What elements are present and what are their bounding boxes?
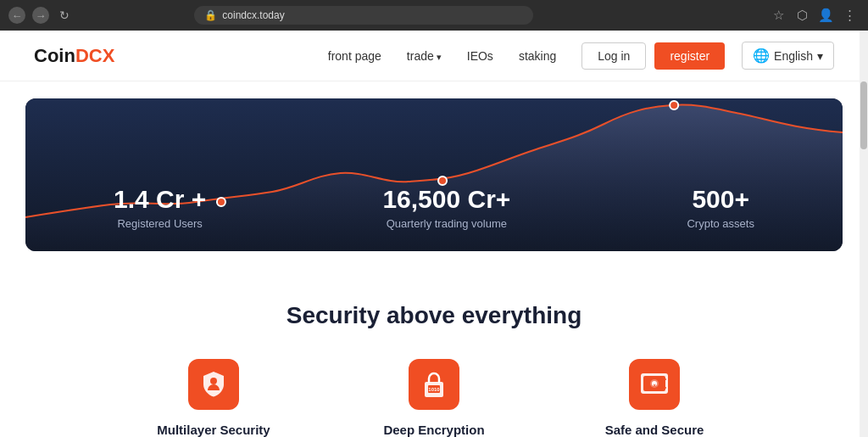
url-bar[interactable]: 🔒 coindcx.today — [194, 6, 533, 25]
svg-text:✕: ✕ — [653, 383, 656, 388]
multilayer-security-icon — [188, 359, 239, 410]
svg-text:1010: 1010 — [428, 387, 440, 392]
stat-label-assets: Crypto assets — [687, 217, 754, 230]
deep-encryption-icon: 1010 — [409, 359, 459, 410]
menu-button[interactable]: ⋮ — [841, 6, 860, 25]
svg-point-4 — [210, 378, 217, 384]
svg-point-3 — [670, 101, 678, 109]
login-button[interactable]: Log in — [581, 42, 646, 70]
svg-rect-14 — [663, 387, 666, 389]
security-card-multilayer: Multilayer Security Enhanced yet simple … — [129, 359, 298, 437]
scrollbar-thumb[interactable] — [860, 81, 867, 149]
nav-item-staking[interactable]: staking — [519, 48, 556, 64]
stat-value-users: 1.4 Cr + — [114, 185, 206, 214]
logo[interactable]: CoinDCX — [34, 45, 114, 67]
language-label: English — [774, 49, 813, 63]
forward-button[interactable]: → — [32, 7, 49, 24]
deep-encryption-title: Deep Encryption — [349, 423, 519, 437]
stat-value-assets: 500+ — [687, 185, 754, 214]
nav-item-frontpage[interactable]: front page — [328, 48, 381, 64]
hero-stats: 1.4 Cr + Registered Users 16,500 Cr+ Qua… — [25, 185, 843, 251]
stat-label-users: Registered Users — [114, 217, 206, 230]
svg-point-2 — [438, 176, 447, 185]
stat-registered-users: 1.4 Cr + Registered Users — [114, 185, 206, 230]
svg-rect-13 — [663, 378, 666, 380]
url-text: coindcx.today — [222, 9, 284, 21]
logo-dcx: DCX — [75, 45, 114, 66]
navbar: CoinDCX front page trade▾ IEOs staking L… — [0, 31, 868, 81]
scrollbar[interactable] — [860, 31, 868, 437]
back-button[interactable]: ← — [8, 7, 25, 24]
nav-item-trade[interactable]: trade▾ — [407, 48, 442, 64]
browser-chrome: ← → ↻ 🔒 coindcx.today ☆ ⬡ 👤 ⋮ — [0, 0, 868, 31]
stat-crypto-assets: 500+ Crypto assets — [687, 185, 754, 230]
extensions-button[interactable]: ⬡ — [793, 6, 812, 25]
browser-actions: ☆ ⬡ 👤 ⋮ — [770, 6, 860, 25]
language-dropdown-arrow: ▾ — [817, 49, 823, 63]
hero-banner: 1.4 Cr + Registered Users 16,500 Cr+ Qua… — [25, 98, 843, 251]
security-card-safe: ✕ Safe and Secure ~95% of all funds on C… — [570, 359, 739, 437]
bookmark-button[interactable]: ☆ — [770, 6, 788, 25]
globe-icon: 🌐 — [753, 48, 770, 64]
logo-coin: Coin — [34, 45, 75, 66]
stat-label-volume: Quarterly trading volume — [382, 217, 510, 230]
register-button[interactable]: register — [654, 42, 725, 70]
nav-actions: Log in register 🌐 English ▾ — [581, 42, 834, 70]
multilayer-security-title: Multilayer Security — [129, 423, 298, 437]
stat-value-volume: 16,500 Cr+ — [382, 185, 510, 214]
nav-links: front page trade▾ IEOs staking — [328, 48, 556, 64]
security-section: Security above everything Multilayer Sec… — [0, 268, 868, 437]
security-title: Security above everything — [25, 302, 843, 329]
safe-secure-title: Safe and Secure — [570, 423, 739, 437]
language-selector[interactable]: 🌐 English ▾ — [742, 42, 834, 70]
safe-secure-icon: ✕ — [629, 359, 680, 410]
nav-item-ieos[interactable]: IEOs — [467, 48, 493, 64]
security-card-encryption: 1010 Deep Encryption All data is encrypt… — [349, 359, 519, 437]
security-cards: Multilayer Security Enhanced yet simple … — [25, 359, 843, 437]
profile-button[interactable]: 👤 — [817, 6, 836, 25]
refresh-button[interactable]: ↻ — [56, 7, 73, 24]
stat-trading-volume: 16,500 Cr+ Quarterly trading volume — [382, 185, 510, 230]
trade-dropdown-arrow: ▾ — [437, 52, 442, 62]
